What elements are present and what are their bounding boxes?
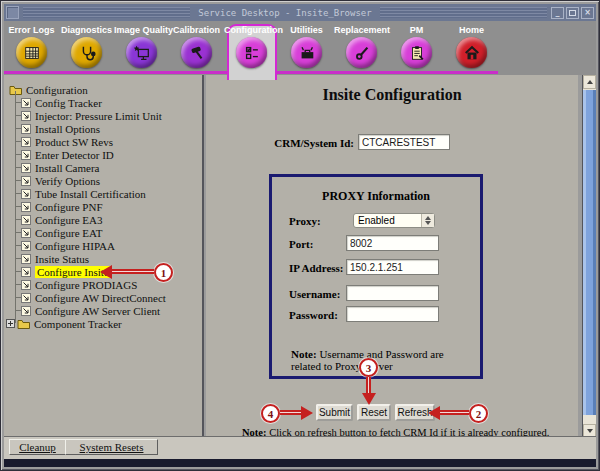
tree-item-configure-hipaa[interactable]: Configure HIPAA <box>4 239 202 252</box>
title-bar[interactable]: Service Desktop - Insite_Browser _ × <box>4 4 596 21</box>
toolbar-button-utilities[interactable]: Utilities <box>279 25 334 68</box>
closed-folder-icon <box>17 318 30 329</box>
proxy-select-value: Enabled <box>354 215 421 226</box>
scroll-up-button[interactable] <box>583 75 596 89</box>
toolbox-icon <box>291 37 322 68</box>
window-title: Service Desktop - Insite_Browser <box>194 8 375 18</box>
tree-item-injector-pressure-limit-unit[interactable]: Injector: Pressure Limit Unit <box>4 109 202 122</box>
toolbar-label: Diagnostics <box>59 25 114 35</box>
tree-root-component-tracker[interactable]: Component Tracker <box>4 317 202 330</box>
page-arrow-icon <box>21 293 31 303</box>
tree-item-configure-eat[interactable]: Configure EAT <box>4 226 202 239</box>
page-arrow-icon <box>21 215 31 225</box>
toolbar-label: Replacement <box>334 25 389 35</box>
titlebar-ridges-left <box>23 7 190 18</box>
main-toolbar: Error Logs Diagnostics Image Quality Cal… <box>4 21 596 75</box>
annotation-arrow-1-shaft <box>112 269 154 274</box>
checklist-icon <box>236 37 267 68</box>
toolbar-label: PM <box>389 25 444 35</box>
vertical-scrollbar[interactable] <box>582 75 596 438</box>
toolbar-button-image-quality[interactable]: Image Quality <box>114 25 169 68</box>
page-arrow-icon <box>21 228 31 238</box>
tree-item-configure-aw-server-client[interactable]: Configure AW Server Client <box>4 304 202 317</box>
navigation-sidebar: Configuration Config Tracker Injector: P… <box>4 75 204 438</box>
tree-item-install-camera[interactable]: Install Camera <box>4 161 202 174</box>
window-controls: _ × <box>551 7 594 19</box>
close-button[interactable]: × <box>581 7 594 19</box>
username-field[interactable] <box>346 285 439 301</box>
tree-item-configure-prodiags[interactable]: Configure PRODIAGS <box>4 278 202 291</box>
port-field[interactable] <box>346 235 439 251</box>
page-arrow-icon <box>21 254 31 264</box>
toolbar-label: Image Quality <box>114 25 169 35</box>
proxy-note: Note: Username and Password are related … <box>291 348 475 372</box>
tree-item-configure-ea3[interactable]: Configure EA3 <box>4 213 202 226</box>
monitor-star-icon <box>126 37 157 68</box>
system-resets-button[interactable]: System Resets <box>65 439 158 455</box>
toolbar-button-calibration[interactable]: Calibration <box>169 25 224 68</box>
tree-item-configure-aw-directconnect[interactable]: Configure AW DirectConnect <box>4 291 202 304</box>
window-menu-button[interactable] <box>6 6 19 19</box>
annotation-arrow-2-head <box>428 406 440 420</box>
annotation-circle-3: 3 <box>359 358 378 377</box>
annotation-arrow-3-head <box>362 393 376 405</box>
tree-item-verify-options[interactable]: Verify Options <box>4 174 202 187</box>
reset-button[interactable]: Reset <box>357 404 391 421</box>
proxy-note-label: Note: <box>291 348 317 360</box>
scrollbar-thumb[interactable] <box>583 90 596 415</box>
arrow-down-icon <box>587 429 593 433</box>
annotation-circle-4: 4 <box>261 404 280 423</box>
page-arrow-icon <box>21 163 31 173</box>
ip-address-field[interactable] <box>346 259 439 275</box>
page-arrow-icon <box>21 280 31 290</box>
toolbar-button-pm[interactable]: PM <box>389 25 444 68</box>
tree-item-config-tracker[interactable]: Config Tracker <box>4 96 202 109</box>
tree-item-insite-status[interactable]: Insite Status <box>4 252 202 265</box>
page-arrow-icon <box>21 306 31 316</box>
tree-item-configure-pnf[interactable]: Configure PNF <box>4 200 202 213</box>
page-arrow-icon <box>21 98 31 108</box>
page-arrow-icon <box>21 202 31 212</box>
toolbar-label: Configuration <box>224 25 279 35</box>
annotation-arrow-4-shaft <box>280 410 302 415</box>
toolbar-label: Error Logs <box>4 25 59 35</box>
toolbar-label: Home <box>444 25 499 35</box>
toolbar-button-home[interactable]: Home <box>444 25 499 68</box>
tree-item-tube-install-certification[interactable]: Tube Install Certification <box>4 187 202 200</box>
tree-item-install-options[interactable]: Install Options <box>4 122 202 135</box>
annotation-arrow-4-head <box>301 406 313 420</box>
annotation-circle-1: 1 <box>154 263 173 282</box>
annotation-arrow-2-shaft <box>440 410 469 415</box>
minimize-button[interactable]: _ <box>551 7 564 19</box>
page-arrow-icon <box>21 137 31 147</box>
submit-button[interactable]: Submit <box>316 404 353 421</box>
toolbar-button-configuration[interactable]: Configuration <box>224 25 279 68</box>
annotation-circle-2: 2 <box>469 404 488 423</box>
error-logs-icon <box>16 37 47 68</box>
home-icon <box>456 37 487 68</box>
toolbar-button-error-logs[interactable]: Error Logs <box>4 25 59 68</box>
proxy-enabled-select[interactable]: Enabled <box>353 213 435 228</box>
select-spinner-icon[interactable] <box>421 214 434 227</box>
crm-system-id-field[interactable] <box>358 134 450 150</box>
window-bottom-bar <box>4 459 596 467</box>
toolbar-button-diagnostics[interactable]: Diagnostics <box>59 25 114 68</box>
password-field[interactable] <box>346 306 439 322</box>
proxy-box-title: PROXY Information <box>272 189 480 204</box>
expand-plus-icon[interactable] <box>6 319 15 328</box>
page-arrow-icon <box>21 241 31 251</box>
toolbar-button-replacement[interactable]: Replacement <box>334 25 389 68</box>
maximize-button[interactable] <box>566 7 579 19</box>
cleanup-button[interactable]: Cleanup <box>9 439 66 455</box>
titlebar-ridges-right <box>380 7 547 18</box>
toolbar-label: Calibration <box>169 25 224 35</box>
tree-item-product-sw-revs[interactable]: Product SW Revs <box>4 135 202 148</box>
tree-root-configuration[interactable]: Configuration <box>4 83 202 96</box>
maximize-icon <box>569 10 576 16</box>
mallet-icon <box>181 37 212 68</box>
service-desktop-window: Service Desktop - Insite_Browser _ × Err… <box>0 0 600 471</box>
annotation-arrow-1-head <box>100 265 112 279</box>
page-arrow-icon <box>21 124 31 134</box>
port-label: Port: <box>289 238 313 250</box>
tree-item-enter-detector-id[interactable]: Enter Detector ID <box>4 148 202 161</box>
